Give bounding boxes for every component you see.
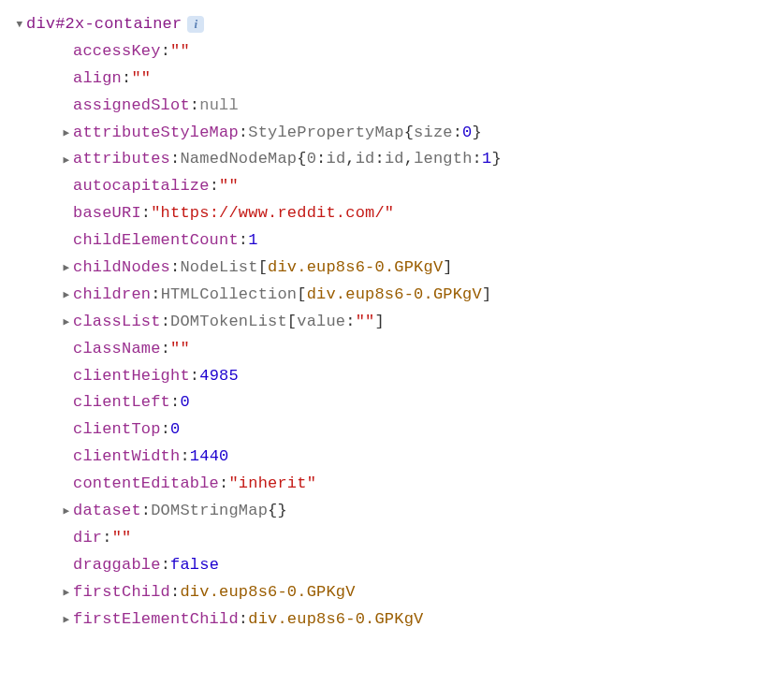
colon: : — [190, 93, 199, 120]
expand-arrow-icon[interactable] — [60, 503, 73, 520]
colon: : — [219, 471, 228, 498]
property-value: "inherit" — [228, 471, 316, 498]
brace-open: { — [297, 146, 306, 173]
property-name: clientLeft — [73, 389, 170, 416]
colon: : — [170, 389, 180, 416]
colon: : — [170, 579, 180, 606]
property-row-attributes[interactable]: attributes: NamedNodeMap {0: id, id: id,… — [7, 146, 766, 173]
type-name: DOMStringMap — [151, 498, 268, 525]
colon: : — [316, 146, 326, 173]
property-value: 4985 — [199, 363, 239, 390]
property-name: clientWidth — [73, 444, 180, 471]
expand-arrow-icon[interactable] — [60, 152, 73, 169]
bracket-open: [ — [258, 255, 268, 282]
property-value: "" — [112, 525, 132, 552]
property-name: contentEditable — [73, 471, 219, 498]
property-row-attributeStyleMap[interactable]: attributeStyleMap: StylePropertyMap {siz… — [7, 120, 766, 147]
preview-value: id — [385, 146, 404, 173]
property-row-childElementCount: childElementCount: 1 — [7, 227, 766, 255]
property-value: null — [199, 93, 239, 120]
property-row-clientTop: clientTop: 0 — [7, 416, 766, 444]
expand-arrow-icon[interactable] — [60, 259, 73, 277]
element-header-row[interactable]: div#2x-container i — [7, 11, 766, 38]
property-name: align — [73, 66, 122, 93]
property-name: autocapitalize — [73, 173, 210, 200]
item-value: "" — [356, 309, 375, 336]
brace-open: { — [268, 498, 277, 525]
colon: : — [345, 309, 355, 336]
brace-close: } — [473, 120, 482, 147]
property-value: 1 — [248, 227, 257, 255]
property-value: "" — [219, 173, 239, 200]
brace-close: } — [491, 146, 501, 173]
property-name: accessKey — [73, 38, 161, 66]
colon: : — [239, 120, 248, 147]
colon: : — [141, 498, 151, 525]
preview-key: id — [356, 146, 375, 173]
bracket-close: ] — [375, 309, 385, 336]
property-row-align: align: "" — [7, 66, 766, 93]
property-row-clientHeight: clientHeight: 4985 — [7, 363, 766, 390]
expand-arrow-icon[interactable] — [60, 584, 73, 602]
colon: : — [170, 146, 180, 173]
property-name: baseURI — [73, 200, 141, 227]
colon: : — [161, 416, 170, 444]
property-row-dataset[interactable]: dataset: DOMStringMap {} — [7, 498, 766, 525]
property-row-draggable: draggable: false — [7, 552, 766, 579]
property-name: classList — [73, 309, 161, 336]
property-name: firstChild — [73, 579, 170, 606]
preview-value: 0 — [462, 120, 472, 147]
expand-arrow-icon[interactable] — [60, 286, 73, 304]
item-key: value — [297, 309, 345, 336]
property-name: className — [73, 336, 161, 363]
property-row-children[interactable]: children: HTMLCollection [div.eup8s6-0.G… — [7, 282, 766, 309]
expand-arrow-icon[interactable] — [60, 611, 73, 629]
property-row-assignedSlot: assignedSlot: null — [7, 93, 766, 120]
property-name: childNodes — [73, 255, 170, 282]
property-value: false — [170, 552, 219, 579]
info-badge-icon[interactable]: i — [187, 16, 204, 33]
colon: : — [239, 606, 248, 634]
property-row-classList[interactable]: classList: DOMTokenList [value: ""] — [7, 309, 766, 336]
colon: : — [122, 66, 131, 93]
property-row-firstElementChild[interactable]: firstElementChild: div.eup8s6-0.GPKgV — [7, 606, 766, 634]
colon: : — [453, 120, 462, 147]
property-name: dir — [73, 525, 102, 552]
colon: : — [161, 552, 170, 579]
property-value: div.eup8s6-0.GPKgV — [248, 606, 423, 634]
bracket-open: [ — [287, 309, 297, 336]
colon: : — [180, 444, 189, 471]
expand-arrow-icon[interactable] — [13, 16, 26, 34]
property-row-dir: dir: "" — [7, 525, 766, 552]
property-value: 0 — [170, 416, 180, 444]
colon: : — [190, 363, 199, 390]
property-row-firstChild[interactable]: firstChild: div.eup8s6-0.GPKgV — [7, 579, 766, 606]
colon: : — [141, 200, 151, 227]
colon: : — [170, 255, 180, 282]
property-name: assignedSlot — [73, 93, 190, 120]
preview-key: 0 — [307, 146, 316, 173]
colon: : — [210, 173, 219, 200]
item-value: div.eup8s6-0.GPKgV — [307, 282, 482, 309]
bracket-close: ] — [443, 255, 452, 282]
colon: : — [473, 146, 482, 173]
property-value: 0 — [180, 389, 189, 416]
bracket-open: [ — [297, 282, 306, 309]
property-row-autocapitalize: autocapitalize: "" — [7, 173, 766, 200]
property-row-clientLeft: clientLeft: 0 — [7, 389, 766, 416]
colon: : — [161, 38, 170, 66]
property-name: draggable — [73, 552, 161, 579]
type-name: DOMTokenList — [170, 309, 287, 336]
item-value: div.eup8s6-0.GPKgV — [268, 255, 443, 282]
expand-arrow-icon[interactable] — [60, 124, 73, 142]
comma: , — [345, 146, 355, 173]
property-name: clientHeight — [73, 363, 190, 390]
property-name: clientTop — [73, 416, 161, 444]
property-value: div.eup8s6-0.GPKgV — [180, 579, 355, 606]
colon: : — [161, 336, 170, 363]
preview-value: 1 — [482, 146, 491, 173]
property-name: childElementCount — [73, 227, 239, 255]
property-row-childNodes[interactable]: childNodes: NodeList [div.eup8s6-0.GPKgV… — [7, 255, 766, 282]
expand-arrow-icon[interactable] — [60, 314, 73, 331]
colon: : — [161, 309, 170, 336]
